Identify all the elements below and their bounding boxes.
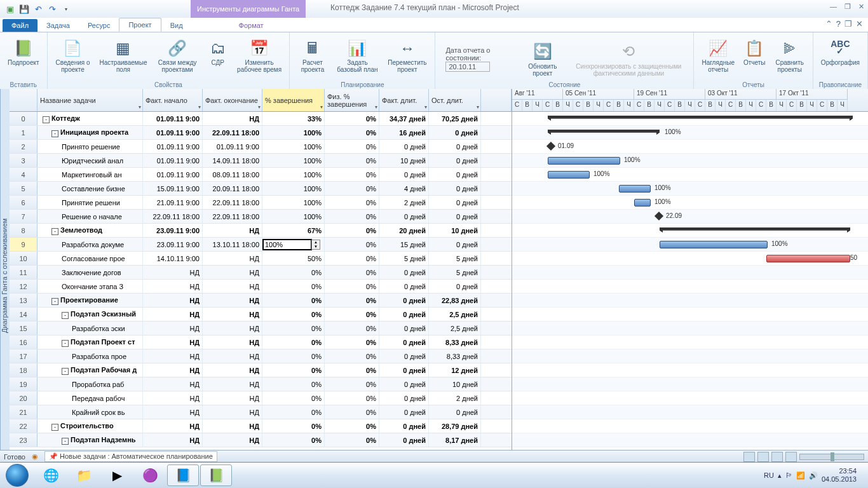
cell[interactable]: 8,33 дней	[429, 349, 481, 363]
cell[interactable]: 15 дней	[379, 238, 429, 251]
col-fend-header[interactable]: Факт. окончание▾	[203, 89, 262, 111]
cell[interactable]: 14.10.11 9:00	[143, 252, 203, 265]
col-name-header[interactable]: Название задачи▾	[37, 89, 143, 111]
task-name-cell[interactable]: Составление бизне	[37, 182, 143, 195]
cell[interactable]: 0%	[325, 140, 379, 153]
pct-cell[interactable]: 0%	[262, 391, 325, 405]
pct-cell[interactable]: 0%	[262, 363, 325, 377]
cell[interactable]: 0%	[325, 224, 379, 237]
cell[interactable]: 01.09.11 9:00	[143, 154, 203, 167]
filter-icon[interactable]: ▾	[258, 104, 261, 110]
cell[interactable]: 0 дней	[379, 363, 429, 377]
cell[interactable]: 01.09.11 9:00	[143, 112, 203, 125]
task-name-cell[interactable]: Передача рабоч	[37, 391, 143, 405]
cell[interactable]: 0 дней	[379, 280, 429, 293]
table-row[interactable]: 3Юридтческий анал01.09.11 9:0014.09.11 1…	[10, 154, 512, 168]
cell[interactable]: 01.09.11 9:00	[203, 140, 262, 153]
cell[interactable]: 4 дней	[379, 182, 429, 195]
statusbar-mode[interactable]: 📌 Новые задачи : Автоматическое планиров…	[44, 451, 217, 462]
cell[interactable]: 0 дней	[429, 140, 481, 153]
task-name-cell[interactable]: Проработка раб	[37, 377, 143, 391]
cell[interactable]: 0 дней	[379, 210, 429, 223]
cell[interactable]: 0 дней	[379, 336, 429, 349]
cell[interactable]: НД	[143, 391, 203, 405]
pct-input[interactable]	[262, 239, 312, 250]
pct-cell[interactable]: 0%	[262, 336, 325, 349]
table-row[interactable]: 11Заключение договНДНД0%0%0 дней5 дней	[10, 266, 512, 280]
taskbar-project[interactable]: 📗	[200, 464, 232, 486]
task-name-cell[interactable]: -Проектирование	[37, 294, 143, 307]
task-name-cell[interactable]: -Подэтап Проект ст	[37, 336, 143, 349]
cell[interactable]: 0%	[325, 154, 379, 167]
gantt-bar[interactable]	[654, 212, 663, 220]
visual-reports-button[interactable]: 📈Наглядные отчеты	[699, 36, 737, 74]
reports-button[interactable]: 📋Отчеты	[741, 36, 768, 67]
cell[interactable]: 0%	[325, 280, 379, 293]
spelling-button[interactable]: ABC✓Орфография	[818, 36, 862, 67]
cell[interactable]: 0%	[325, 419, 379, 433]
cell[interactable]: 0 дней	[379, 377, 429, 391]
help-icon[interactable]: ?	[836, 19, 841, 29]
cell[interactable]: 8,33 дней	[429, 336, 481, 349]
cell[interactable]: 5 дней	[429, 252, 481, 265]
pct-cell[interactable]: 0%	[262, 433, 325, 447]
cell[interactable]: НД	[143, 336, 203, 349]
cell[interactable]: НД	[203, 363, 262, 377]
outline-toggle-icon[interactable]: -	[51, 228, 58, 235]
task-name-cell[interactable]: Разработка прое	[37, 349, 143, 363]
cell[interactable]: 22.09.11 18:00	[203, 126, 262, 139]
cell[interactable]: 0%	[325, 433, 379, 447]
start-button[interactable]	[0, 463, 34, 488]
gantt-bar[interactable]	[660, 227, 850, 233]
table-row[interactable]: 15Разработка эскиНДНД0%0%0 дней2,5 дней	[10, 322, 512, 336]
row-id-cell[interactable]: 5	[10, 182, 37, 195]
pct-cell[interactable]: 0%	[262, 280, 325, 293]
table-row[interactable]: 7Решение о начале22.09.11 18:0022.09.11 …	[10, 210, 512, 224]
pct-cell[interactable]: 0%	[262, 405, 325, 419]
cell[interactable]: НД	[143, 419, 203, 433]
row-id-cell[interactable]: 22	[10, 419, 37, 433]
cell[interactable]: НД	[143, 405, 203, 419]
view-usage-icon[interactable]	[757, 452, 769, 462]
cell[interactable]: НД	[203, 252, 262, 265]
pct-cell[interactable]: 0%	[262, 294, 325, 307]
cell[interactable]: 0 дней	[379, 349, 429, 363]
cell[interactable]: НД	[203, 349, 262, 363]
cell[interactable]: 28,79 дней	[429, 419, 481, 433]
cell[interactable]: 12 дней	[429, 363, 481, 377]
cell[interactable]: НД	[143, 377, 203, 391]
tab-format[interactable]: Формат	[230, 19, 273, 32]
cell[interactable]: 22,83 дней	[429, 294, 481, 307]
table-row[interactable]: 12Окончание этапа ЗНДНД0%0%0 дней0 дней	[10, 280, 512, 294]
cell[interactable]: 0%	[325, 196, 379, 209]
cell[interactable]: НД	[203, 433, 262, 447]
outline-toggle-icon[interactable]: -	[43, 116, 50, 123]
redo-icon[interactable]: ↷	[46, 3, 58, 15]
cell[interactable]: 20.09.11 18:00	[203, 182, 262, 195]
view-team-icon[interactable]	[771, 452, 783, 462]
wbs-button[interactable]: 🗂СДР	[205, 36, 231, 67]
task-name-cell[interactable]: -Коттедж	[37, 112, 143, 125]
outline-toggle-icon[interactable]: -	[62, 312, 69, 319]
cell[interactable]: 0 дней	[379, 140, 429, 153]
task-name-cell[interactable]: -Подэтап Надземнь	[37, 433, 143, 447]
cell[interactable]: 0 дней	[429, 280, 481, 293]
row-id-cell[interactable]: 11	[10, 266, 37, 279]
row-id-cell[interactable]: 0	[10, 112, 37, 125]
col-phys-header[interactable]: Физ. % завершения▾	[325, 89, 379, 111]
cell[interactable]: 08.09.11 18:00	[203, 168, 262, 181]
cell[interactable]: 0 дней	[379, 405, 429, 419]
gantt-bar[interactable]	[619, 185, 651, 193]
restore-icon[interactable]: ❐	[844, 3, 851, 11]
update-project-button[interactable]: 🔄Обновить проект	[520, 40, 565, 78]
table-row[interactable]: 6Принятие решени21.09.11 9:0022.09.11 18…	[10, 196, 512, 210]
cell[interactable]: НД	[143, 349, 203, 363]
cell[interactable]: 70,25 дней	[429, 112, 481, 125]
project-info-button[interactable]: 📄Сведения о проекте	[53, 36, 93, 74]
gantt-bar[interactable]	[548, 157, 620, 165]
cell[interactable]: 23.09.11 9:00	[143, 224, 203, 237]
cell[interactable]: 2,5 дней	[429, 308, 481, 321]
task-name-cell[interactable]: -Инициация проекта	[37, 126, 143, 139]
task-name-cell[interactable]: Решение о начале	[37, 210, 143, 223]
task-name-cell[interactable]: Заключение догов	[37, 266, 143, 279]
